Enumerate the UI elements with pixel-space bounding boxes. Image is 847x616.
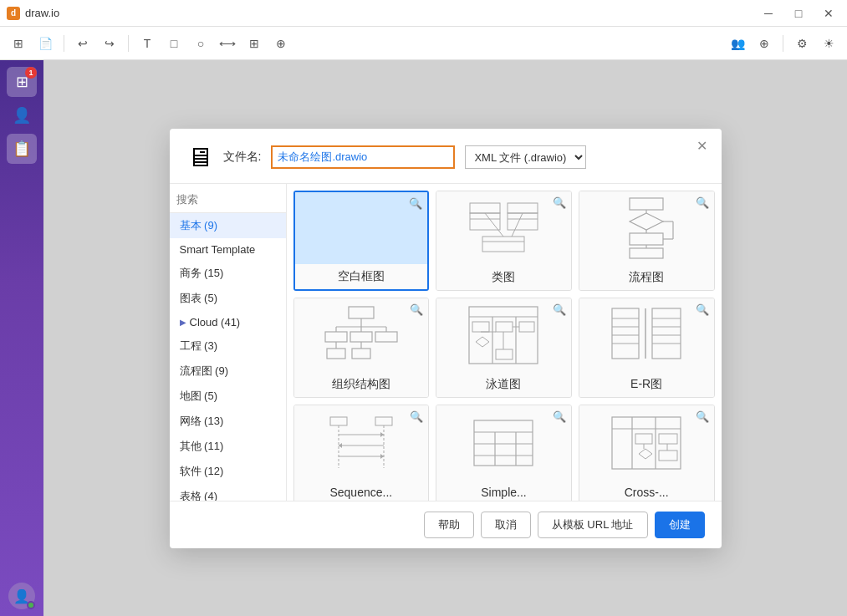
help-button[interactable]: 帮助 [424, 512, 474, 538]
svg-rect-45 [612, 308, 639, 359]
redo-button[interactable]: ↪ [98, 32, 121, 55]
sidebar: ⊞ 1 👤 📋 👤 [0, 60, 43, 616]
toolbar-btn-connect[interactable]: ⟷ [216, 32, 239, 55]
template-simple[interactable]: 🔍 Simple... [436, 405, 572, 501]
search-box: 🔍 [170, 187, 286, 213]
template-er[interactable]: 🔍 [579, 298, 715, 398]
search-icon: 🔍 [409, 197, 422, 210]
swimlane-preview: 🔍 [436, 298, 571, 372]
category-item-engineering[interactable]: 工程 (3) [170, 333, 286, 359]
category-item-basic[interactable]: 基本 (9) [170, 213, 286, 238]
category-label: 网络 (13) [180, 414, 224, 429]
svg-rect-57 [375, 417, 392, 425]
svg-rect-30 [327, 349, 345, 359]
category-item-cloud[interactable]: ▶ Cloud (41) [170, 311, 286, 333]
category-label: 商务 (15) [180, 266, 224, 281]
category-label: 其他 (11) [180, 439, 224, 454]
svg-line-9 [512, 213, 523, 237]
category-label: 流程图 (9) [180, 364, 229, 379]
simple-preview: 🔍 [436, 405, 571, 481]
category-item-chart[interactable]: 图表 (5) [170, 286, 286, 311]
category-item-map[interactable]: 地图 (5) [170, 384, 286, 409]
svg-marker-61 [380, 432, 384, 437]
dialog-header: 🖥 文件名: XML 文件 (.drawio) PDF 文件 (.pdf) ✕ [170, 129, 722, 183]
search-icon: 🔍 [410, 410, 423, 423]
file-name-input[interactable] [271, 145, 455, 169]
template-swimlane[interactable]: 🔍 [436, 298, 572, 398]
template-class[interactable]: 🔍 [436, 191, 572, 291]
category-label: 基本 (9) [180, 218, 218, 233]
svg-rect-72 [612, 417, 681, 469]
category-item-table[interactable]: 表格 (4) [170, 484, 286, 501]
svg-marker-11 [630, 213, 663, 230]
swimlane-svg [466, 303, 541, 366]
template-label: 空白框图 [295, 264, 428, 289]
svg-rect-28 [375, 332, 397, 342]
sidebar-docs-icon[interactable]: 📋 [7, 134, 37, 164]
close-button[interactable]: ✕ [817, 5, 840, 22]
app-title: draw.io [25, 7, 757, 19]
template-blank[interactable]: 🔍 空白框图 [293, 191, 430, 291]
dialog-close-button[interactable]: ✕ [693, 137, 712, 155]
seq-svg [324, 414, 399, 472]
template-sequence[interactable]: 🔍 [293, 405, 430, 501]
class-preview: 🔍 [436, 191, 571, 265]
template-org[interactable]: 🔍 [293, 298, 430, 398]
svg-rect-26 [325, 332, 347, 342]
search-icon: 🔍 [553, 196, 566, 209]
svg-marker-63 [339, 443, 342, 448]
svg-rect-32 [352, 349, 370, 359]
simple-svg [466, 414, 541, 472]
toolbar-btn-1[interactable]: ⊞ [7, 32, 30, 55]
titlebar: d draw.io ─ □ ✕ [0, 0, 847, 27]
toolbar-btn-table[interactable]: ⊞ [242, 32, 266, 55]
share-button[interactable]: ⊕ [753, 32, 776, 55]
svg-rect-10 [630, 198, 663, 210]
app-icon: d [7, 7, 20, 20]
category-item-smart[interactable]: Smart Template [170, 238, 286, 261]
template-flowchart[interactable]: 🔍 [579, 191, 715, 291]
theme-button[interactable]: ☀ [817, 32, 840, 55]
template-label: 组织结构图 [294, 372, 429, 397]
toolbar-btn-circle[interactable]: ○ [189, 32, 212, 55]
svg-marker-38 [476, 337, 489, 347]
org-preview: 🔍 [294, 298, 429, 372]
create-button[interactable]: 创建 [655, 512, 705, 538]
svg-rect-56 [330, 417, 347, 425]
sequence-preview: 🔍 [294, 405, 429, 481]
cross-svg [609, 414, 684, 472]
svg-rect-0 [470, 203, 500, 213]
minimize-button[interactable]: ─ [757, 5, 780, 22]
toolbar-btn-extra[interactable]: ⊕ [269, 32, 293, 55]
toolbar-btn-rect[interactable]: □ [162, 32, 186, 55]
svg-rect-39 [496, 322, 513, 332]
category-label: 表格 (4) [180, 489, 218, 501]
template-cross[interactable]: 🔍 [579, 405, 715, 501]
class-svg [466, 199, 541, 257]
cancel-button[interactable]: 取消 [481, 512, 531, 538]
toolbar-sep-1 [64, 35, 64, 52]
category-item-other[interactable]: 其他 (11) [170, 434, 286, 459]
undo-button[interactable]: ↩ [71, 32, 94, 55]
svg-rect-51 [652, 308, 681, 359]
sidebar-user-icon[interactable]: 👤 [7, 100, 37, 130]
toolbar-btn-2[interactable]: 📄 [33, 32, 57, 55]
category-item-network[interactable]: 网络 (13) [170, 409, 286, 434]
avatar-status [27, 601, 35, 609]
svg-rect-15 [630, 248, 663, 258]
svg-rect-3 [508, 203, 538, 213]
category-label: 工程 (3) [180, 339, 218, 354]
category-item-business[interactable]: 商务 (15) [170, 261, 286, 286]
toolbar-btn-text[interactable]: T [135, 32, 159, 55]
sidebar-avatar[interactable]: 👤 [8, 583, 35, 609]
category-item-software[interactable]: 软件 (12) [170, 459, 286, 484]
url-button[interactable]: 从模板 URL 地址 [538, 512, 648, 538]
svg-rect-41 [496, 349, 513, 359]
category-item-flowchart[interactable]: 流程图 (9) [170, 359, 286, 384]
settings-button[interactable]: ⚙ [790, 32, 814, 55]
search-input[interactable] [176, 193, 287, 206]
collab-button[interactable]: 👥 [726, 32, 749, 55]
category-label: Smart Template [180, 243, 256, 256]
maximize-button[interactable]: □ [787, 5, 810, 22]
file-type-select[interactable]: XML 文件 (.drawio) PDF 文件 (.pdf) [465, 145, 586, 169]
